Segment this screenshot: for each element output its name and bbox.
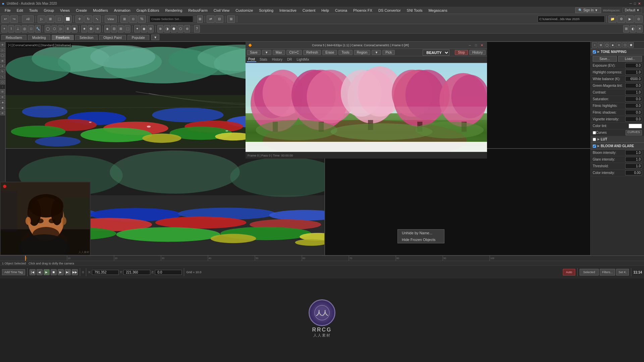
tb2-btn18[interactable]: ⬟ [171,25,177,33]
go-start-btn[interactable]: |◀ [30,269,36,275]
menu-edit[interactable]: Edit [14,8,26,13]
corona-tab-stats[interactable]: Stats [258,57,269,62]
z-coord[interactable]: 0.0 [155,270,182,275]
layer-mgr-btn[interactable]: ⊞ [227,15,235,23]
select-btn[interactable]: ▷ [38,15,46,23]
open-btn[interactable]: 📁 [608,15,616,23]
rotate-btn[interactable]: ↻ [84,15,92,23]
menu-corona[interactable]: Corona [332,8,350,13]
lut-check[interactable] [593,138,596,141]
load-btn[interactable]: Load... [618,56,642,62]
vignette-input[interactable] [625,117,642,122]
motion-panel-btn[interactable]: ◎ [21,25,28,33]
tab-rebusfarm[interactable]: Rebusfarm [1,35,26,40]
tb2-btn5[interactable]: ⏹ [71,25,77,33]
corona-tab-post[interactable]: Post [247,57,256,62]
tb2-btn6[interactable]: ★ [81,25,87,33]
menu-ds-convertor[interactable]: DS Convertor [376,8,404,13]
corona-max-btn[interactable]: Max [273,50,285,55]
left-tool-5[interactable]: ✛ [0,64,5,68]
add-time-tag-btn[interactable]: Add Time Tag [2,269,25,275]
tb2-btn2[interactable]: ⬡ [51,25,57,33]
tb2-btn3[interactable]: ▷ [58,25,64,33]
left-tool-3[interactable]: ◯ [0,53,5,58]
tb2-btn17[interactable]: ◑ [164,25,170,33]
menu-rebusfarm[interactable]: RebusFarm [185,8,210,13]
menu-scripting[interactable]: Scripting [256,8,276,13]
frame-timeline[interactable]: 0 10 20 30 40 50 60 70 80 90 1 [0,256,644,261]
corona-save-btn[interactable]: Save [247,50,261,55]
tb2-btn19[interactable]: ⬠ [177,25,183,33]
left-tool-6[interactable]: ↻ [0,69,5,74]
corona-pick-btn[interactable]: Pick [382,50,395,55]
highlight-compress-input[interactable] [625,70,642,75]
select-by-name-btn[interactable]: ⊞ [46,15,54,23]
corona-region-btn[interactable]: Region [354,50,371,55]
corona-minimize-btn[interactable]: ─ [468,43,472,48]
corona-save-dropdown[interactable]: ▼ [262,50,271,55]
corona-tab-history[interactable]: History [271,57,284,62]
auto-key-btn[interactable]: Auto [563,269,575,276]
rp-icon6[interactable]: ⬡ [622,42,628,48]
align-btn[interactable]: ⊟ [215,15,223,23]
color-tint-swatch[interactable] [629,124,642,128]
window-close[interactable]: ✕ [638,2,641,5]
prev-frame-btn[interactable]: ◀ [37,269,43,275]
tb2-btn14[interactable]: ◉ [141,25,147,33]
scale-btn[interactable]: ⤡ [93,15,101,23]
display-panel-btn[interactable]: □ [28,25,34,33]
color-intensity-input[interactable] [625,170,642,175]
tb2-right1[interactable]: ⊞ [623,25,629,33]
sign-in-btn[interactable]: 🔍 Sign In ▼ [575,7,601,13]
save-btn[interactable]: Save... [593,56,617,62]
saturation-input[interactable] [625,97,642,102]
white-balance-input[interactable] [625,76,642,81]
menu-customize[interactable]: Customize [233,8,256,13]
create-panel-btn[interactable]: + [1,25,7,33]
play-all-btn[interactable]: ▶▶ [72,269,78,275]
menu-tools[interactable]: Tools [26,8,41,13]
tab-object-paint[interactable]: Object Paint [99,35,126,40]
corona-tools-btn[interactable]: Tools [338,50,352,55]
tb2-btn10[interactable]: ⊟ [111,25,117,33]
bloom-glare-check[interactable] [593,144,596,148]
hierarchy-panel-btn[interactable]: ⊥ [15,25,21,33]
left-tool-9[interactable]: ⊟ [0,89,5,94]
left-tool-1[interactable]: ⊕ [0,42,5,47]
exposure-input[interactable] [625,63,642,68]
tone-mapping-check[interactable] [593,50,596,54]
gm-tint-input[interactable] [625,83,642,88]
rp-icon3[interactable]: ◯ [604,42,609,48]
menu-content[interactable]: Content [300,8,318,13]
snap-toggle-btn[interactable]: ⊞ [120,15,128,23]
left-tool-2[interactable]: ▷ [0,48,5,52]
tb2-btn16[interactable]: ⊛ [157,25,163,33]
glare-intensity-input[interactable] [625,157,642,162]
named-sel-btn[interactable]: ⊞ [197,15,203,23]
threshold-input[interactable] [625,164,642,169]
left-tool-12[interactable]: ◉ [0,105,5,110]
curves-check[interactable] [593,131,596,134]
corona-tab-dr[interactable]: DR [286,57,293,62]
y-coord[interactable]: 221.360 [123,270,150,275]
corona-erase-btn[interactable]: Erase [322,50,337,55]
menu-file[interactable]: File [2,8,13,13]
rp-icon5[interactable]: ⊙ [616,42,622,48]
left-tool-13[interactable]: ⊚ [0,111,5,115]
go-end-btn[interactable]: ▶| [65,269,71,275]
tab-extra-dropdown[interactable]: ▼ [151,35,159,40]
select-crossing-btn[interactable]: ⬜ [64,15,72,23]
filmic-highlights-input[interactable] [625,103,642,108]
menu-views[interactable]: Views [57,8,72,13]
menu-civil-view[interactable]: Civil View [211,8,232,13]
rp-icon1[interactable]: + [592,42,597,48]
tab-freeform[interactable]: Freeform [52,35,74,40]
tb2-btn15[interactable]: ⊚ [148,25,154,33]
tb2-btn13[interactable]: ✦ [134,25,140,33]
mirror-btn[interactable]: ⇌ [207,15,215,23]
window-maximize[interactable]: □ [634,2,636,5]
tone-mapping-header[interactable]: ▶ TONE MAPPING [591,49,644,55]
corona-tab-lightmix[interactable]: LightMix [295,57,310,62]
corona-history-btn[interactable]: History [469,50,486,55]
rp-icon7[interactable]: ⬟ [628,42,634,48]
